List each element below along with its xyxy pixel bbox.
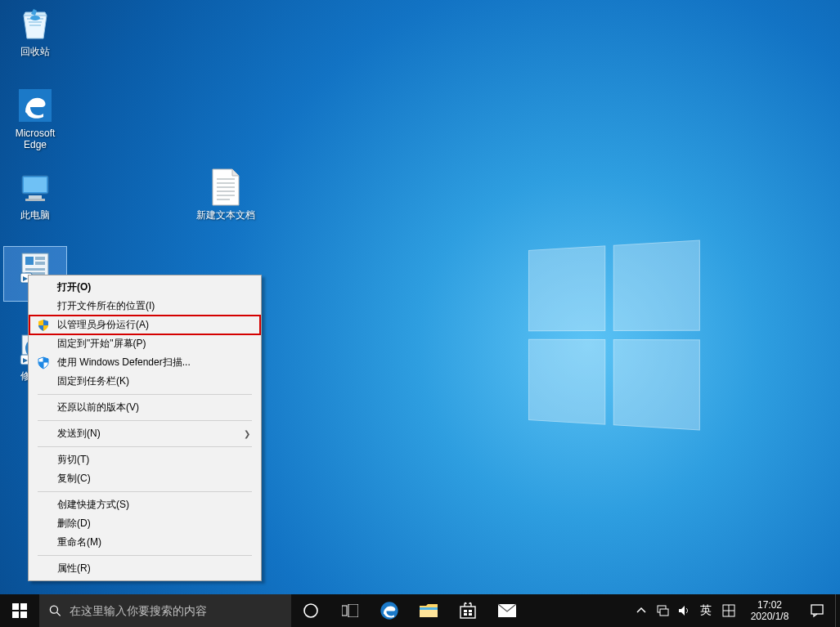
wallpaper-windows-logo: [528, 240, 700, 430]
desktop-icon-text-doc[interactable]: 新建文本文档: [195, 168, 257, 222]
svg-point-26: [50, 606, 57, 613]
svg-rect-3: [24, 177, 47, 192]
this-pc-icon: [16, 168, 55, 207]
menu-item-pin-to-start[interactable]: 固定到"开始"屏幕(P): [29, 334, 260, 353]
taskbar: 英 17:02 2020/1/8: [0, 594, 840, 627]
svg-rect-37: [464, 613, 467, 616]
menu-item-copy[interactable]: 复制(C): [29, 469, 260, 488]
svg-rect-4: [29, 195, 42, 199]
menu-item-cut[interactable]: 剪切(T): [29, 450, 260, 469]
menu-separator: [38, 446, 252, 447]
tray-ime-mode[interactable]: [717, 594, 740, 627]
svg-rect-33: [420, 607, 438, 610]
desktop-icon-label: 回收站: [4, 45, 66, 58]
store-icon: [459, 602, 477, 620]
recycle-bin-icon: [16, 4, 55, 43]
svg-rect-10: [25, 268, 45, 271]
taskbar-cortana[interactable]: [291, 594, 330, 627]
mail-icon: [497, 603, 517, 618]
menu-item-properties[interactable]: 属性(R): [29, 559, 260, 578]
menu-item-create-shortcut[interactable]: 创建快捷方式(S): [29, 495, 260, 514]
action-center-button[interactable]: [799, 594, 835, 627]
taskbar-app-file-explorer[interactable]: [409, 594, 448, 627]
menu-item-open-file-location[interactable]: 打开文件所在的位置(I): [29, 297, 260, 316]
svg-rect-23: [20, 603, 27, 610]
svg-rect-29: [342, 606, 347, 616]
svg-rect-8: [35, 257, 45, 260]
chevron-up-icon: [636, 606, 646, 616]
clock-time: 17:02: [757, 599, 782, 611]
menu-separator: [38, 555, 252, 556]
clock-date: 2020/1/8: [751, 611, 789, 622]
tray-network-button[interactable]: [652, 594, 673, 627]
svg-rect-38: [469, 613, 472, 616]
taskbar-app-store[interactable]: [448, 594, 487, 627]
folder-icon: [419, 602, 438, 619]
uac-shield-icon: [37, 319, 50, 332]
svg-rect-9: [35, 262, 45, 265]
menu-item-send-to[interactable]: 发送到(N) ❯: [29, 424, 260, 443]
menu-item-previous-versions[interactable]: 还原以前的版本(V): [29, 398, 260, 417]
defender-shield-icon: [37, 356, 50, 369]
svg-point-0: [30, 16, 40, 20]
desktop-icon-label: 新建文本文档: [195, 208, 257, 222]
cortana-icon: [303, 602, 319, 619]
desktop-icon-this-pc[interactable]: 此电脑: [4, 168, 66, 222]
task-view-icon: [342, 604, 358, 617]
notification-icon: [810, 603, 824, 618]
edge-icon: [379, 600, 400, 621]
desktop-icon-recycle-bin[interactable]: 回收站: [4, 4, 66, 58]
svg-rect-22: [12, 603, 19, 610]
tray-volume-button[interactable]: [673, 594, 694, 627]
show-desktop-button[interactable]: [835, 594, 840, 627]
desktop-icon-edge[interactable]: Microsoft Edge: [4, 86, 66, 151]
tray-overflow-button[interactable]: [631, 594, 652, 627]
svg-rect-5: [25, 199, 45, 201]
svg-rect-35: [464, 610, 467, 612]
svg-rect-25: [20, 611, 27, 618]
edge-icon: [16, 86, 55, 125]
text-file-icon: [206, 168, 245, 207]
start-button[interactable]: [0, 594, 39, 627]
taskbar-search-input[interactable]: [70, 604, 281, 617]
system-tray: 英 17:02 2020/1/8: [631, 594, 840, 627]
svg-rect-34: [460, 607, 475, 618]
desktop-icon-label: 此电脑: [4, 208, 66, 222]
menu-item-defender-scan[interactable]: 使用 Windows Defender扫描...: [29, 353, 260, 372]
windows-logo-icon: [12, 603, 27, 618]
menu-item-delete[interactable]: 删除(D): [29, 514, 260, 533]
menu-item-rename[interactable]: 重命名(M): [29, 533, 260, 552]
svg-rect-7: [25, 257, 34, 265]
menu-separator: [38, 394, 252, 395]
chevron-right-icon: ❯: [244, 429, 250, 438]
volume-icon: [677, 604, 690, 617]
svg-rect-41: [660, 609, 668, 616]
ime-mode-icon: [722, 604, 735, 617]
svg-rect-24: [12, 611, 19, 618]
tray-ime-lang[interactable]: 英: [694, 594, 717, 627]
search-icon: [49, 604, 61, 617]
menu-separator: [38, 420, 252, 421]
svg-rect-45: [811, 605, 823, 614]
svg-rect-30: [348, 604, 358, 617]
menu-separator: [38, 491, 252, 492]
menu-item-run-as-admin[interactable]: 以管理员身份运行(A): [29, 316, 260, 334]
taskbar-task-view[interactable]: [330, 594, 370, 627]
network-icon: [656, 604, 669, 617]
svg-rect-36: [469, 610, 472, 612]
taskbar-search[interactable]: [39, 594, 291, 627]
desktop-icon-label: Microsoft Edge: [4, 127, 66, 151]
menu-item-open[interactable]: 打开(O): [29, 278, 260, 297]
taskbar-app-edge[interactable]: [370, 594, 409, 627]
svg-line-27: [57, 612, 61, 616]
svg-point-28: [304, 604, 317, 617]
taskbar-clock[interactable]: 17:02 2020/1/8: [740, 594, 799, 627]
taskbar-app-mail[interactable]: [487, 594, 527, 627]
menu-item-pin-to-taskbar[interactable]: 固定到任务栏(K): [29, 372, 260, 391]
context-menu: 打开(O) 打开文件所在的位置(I) 以管理员身份运行(A) 固定到"开始"屏幕…: [28, 275, 262, 581]
